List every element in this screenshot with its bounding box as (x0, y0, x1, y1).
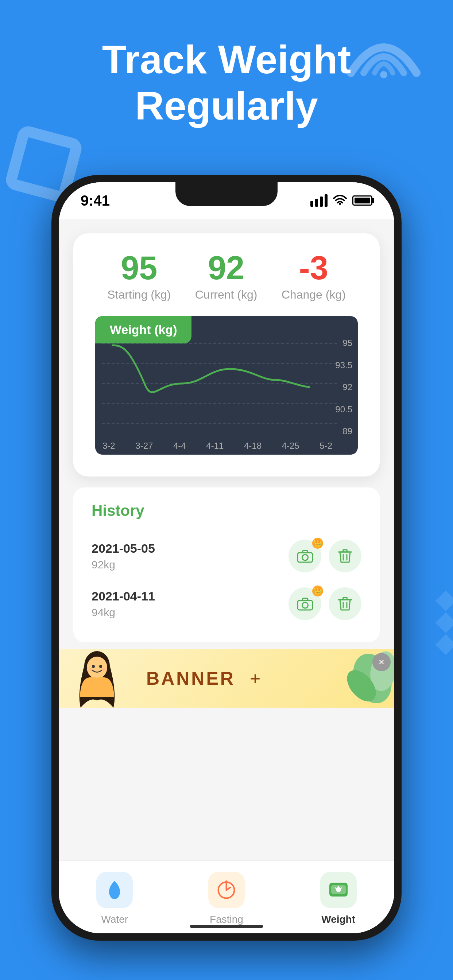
tab-weight-label: Weight (321, 914, 355, 925)
header-title: Track Weight Regularly (0, 37, 453, 129)
crown-badge-1: 👑 (312, 538, 323, 549)
tab-fasting-icon (208, 872, 245, 908)
chart-x-label-411: 4-11 (206, 441, 223, 451)
phone-notch (175, 182, 278, 206)
banner-close-button[interactable]: × (372, 653, 391, 671)
current-value: 92 (195, 251, 257, 285)
stat-current: 92 Current (kg) (195, 251, 257, 302)
trash-icon-2 (338, 596, 352, 611)
current-label: Current (kg) (195, 288, 257, 302)
starting-value: 95 (107, 251, 171, 285)
svg-point-8 (302, 555, 308, 560)
camera-icon-1 (297, 549, 313, 563)
title-line2: Regularly (135, 83, 318, 128)
tab-weight[interactable]: Weight (302, 872, 375, 925)
history-actions-1: 👑 (289, 539, 362, 573)
chart-x-label-418: 4-18 (244, 441, 262, 451)
svg-point-1 (339, 203, 341, 205)
chart-y-label-935: 93.5 (335, 360, 353, 371)
banner-plus-icon: + (250, 668, 260, 689)
change-label: Change (kg) (282, 288, 346, 302)
history-weight-2: 94kg (91, 606, 155, 619)
chart-label: Weight (kg) (95, 316, 191, 344)
svg-point-29 (225, 880, 228, 883)
screen-content: 95 Starting (kg) 92 Current (kg) -3 Chan… (59, 219, 394, 933)
stats-row: 95 Starting (kg) 92 Current (kg) -3 Chan… (95, 251, 358, 302)
bg-diamonds (439, 593, 453, 652)
chart-x-label-44: 4-4 (173, 441, 186, 451)
stat-starting: 95 Starting (kg) (107, 251, 171, 302)
chart-y-labels: 95 93.5 92 90.5 89 (335, 316, 353, 436)
change-value: -3 (282, 251, 346, 285)
tab-weight-icon (320, 872, 357, 908)
history-date-2: 2021-04-11 (91, 589, 155, 603)
svg-point-18 (87, 657, 107, 678)
history-item-2: 2021-04-11 94kg 👑 (91, 580, 362, 627)
status-time: 9:41 (81, 192, 110, 209)
svg-point-19 (92, 665, 95, 668)
chart-y-label-95: 95 (335, 338, 353, 348)
chart-y-label-92: 92 (335, 382, 353, 392)
chart-y-label-89: 89 (335, 426, 353, 436)
trash-icon-1 (338, 548, 352, 564)
starting-label: Starting (kg) (107, 288, 171, 302)
svg-point-20 (99, 665, 102, 668)
svg-point-13 (302, 602, 308, 608)
tab-water-label: Water (101, 914, 128, 925)
weight-chart: Weight (kg) 95 (95, 316, 358, 455)
battery-icon (353, 196, 372, 205)
chart-x-label-327: 3-27 (135, 441, 153, 451)
history-item: 2021-05-05 92kg 👑 (91, 532, 362, 580)
tab-fasting[interactable]: Fasting (190, 872, 263, 925)
chart-x-label-425: 4-25 (282, 441, 300, 451)
signal-bars-icon (310, 194, 327, 207)
chart-y-label-905: 90.5 (335, 404, 353, 415)
title-line1: Track Weight (102, 37, 351, 82)
history-date-1: 2021-05-05 (91, 541, 155, 555)
tab-bar: Water Fasting (59, 861, 394, 933)
tab-water[interactable]: Water (78, 872, 151, 925)
delete-button-1[interactable] (329, 539, 362, 573)
history-title: History (91, 502, 362, 520)
chart-x-labels: 3-2 3-27 4-4 4-11 4-18 4-25 5-2 (102, 441, 332, 451)
history-info-1: 2021-05-05 92kg (91, 541, 155, 571)
chart-x-label-52: 5-2 (319, 441, 332, 451)
crown-badge-2: 👑 (312, 585, 323, 597)
chart-x-label-32: 3-2 (102, 441, 115, 451)
svg-point-22 (101, 668, 105, 671)
history-weight-1: 92kg (91, 558, 155, 571)
tab-water-icon (96, 872, 133, 908)
stat-change: -3 Change (kg) (282, 251, 346, 302)
banner: BANNER + × (59, 649, 394, 708)
home-indicator (190, 925, 263, 928)
wifi-icon (333, 194, 347, 208)
svg-point-32 (336, 887, 341, 892)
phone-screen: 9:41 (59, 182, 394, 933)
camera-button-1[interactable]: 👑 (289, 539, 321, 573)
history-section: History 2021-05-05 92kg 👑 (73, 487, 380, 642)
camera-icon-2 (297, 597, 313, 611)
status-icons (310, 194, 372, 208)
delete-button-2[interactable] (329, 587, 362, 620)
tab-fasting-label: Fasting (210, 914, 243, 925)
svg-point-21 (89, 668, 93, 671)
stats-card: 95 Starting (kg) 92 Current (kg) -3 Chan… (73, 233, 380, 477)
phone-frame: 9:41 (51, 175, 402, 940)
banner-girl-icon (70, 649, 124, 708)
history-info-2: 2021-04-11 94kg (91, 589, 155, 619)
banner-text: BANNER (146, 668, 235, 689)
camera-button-2[interactable]: 👑 (289, 587, 321, 620)
history-actions-2: 👑 (289, 587, 362, 620)
